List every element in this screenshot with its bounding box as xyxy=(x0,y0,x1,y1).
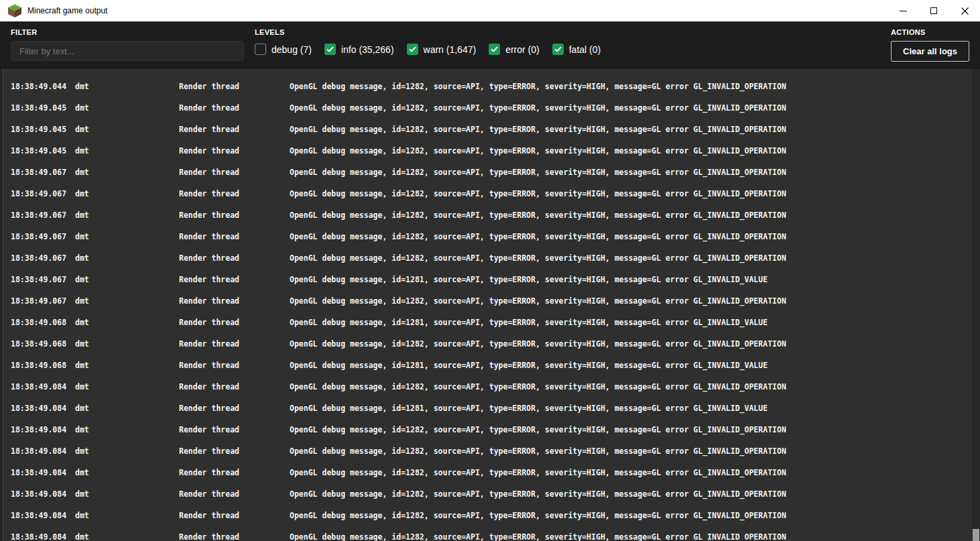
log-thread: Render thread xyxy=(179,97,239,119)
log-logger: dmt xyxy=(75,505,89,526)
log-row[interactable]: 18:38:49.084dmtRender threadOpenGL debug… xyxy=(3,483,980,505)
log-time: 18:38:49.067 xyxy=(11,269,66,290)
log-row[interactable]: 18:38:49.067dmtRender threadOpenGL debug… xyxy=(3,204,980,226)
level-filter-fatal[interactable]: fatal (0) xyxy=(552,44,601,55)
close-button[interactable] xyxy=(949,0,980,21)
level-label-fatal: fatal (0) xyxy=(569,44,601,55)
level-label-warn: warn (1,647) xyxy=(424,44,477,55)
log-message: OpenGL debug message, id=1282, source=AP… xyxy=(290,226,786,247)
log-time: 18:38:49.084 xyxy=(11,419,66,440)
log-message: OpenGL debug message, id=1281, source=AP… xyxy=(290,398,768,419)
log-time: 18:38:49.068 xyxy=(11,355,66,376)
log-logger: dmt xyxy=(75,97,89,119)
log-thread: Render thread xyxy=(179,204,239,226)
log-logger: dmt xyxy=(75,483,89,505)
actions-section: ACTIONS Clear all logs xyxy=(891,28,969,62)
log-thread: Render thread xyxy=(179,376,239,398)
log-message: OpenGL debug message, id=1282, source=AP… xyxy=(290,333,786,355)
scrollbar[interactable] xyxy=(972,69,980,541)
error-checkbox[interactable] xyxy=(489,44,500,55)
level-filter-error[interactable]: error (0) xyxy=(489,44,540,55)
log-logger: dmt xyxy=(75,376,89,398)
log-message: OpenGL debug message, id=1281, source=AP… xyxy=(290,355,768,376)
log-row[interactable]: 18:38:49.044dmtRender threadOpenGL debug… xyxy=(3,76,980,97)
log-logger: dmt xyxy=(75,76,89,97)
info-checkbox[interactable] xyxy=(324,44,336,55)
log-logger: dmt xyxy=(75,269,89,290)
log-row[interactable]: 18:38:49.068dmtRender threadOpenGL debug… xyxy=(3,355,980,376)
scrollbar-thumb[interactable] xyxy=(973,529,979,541)
log-logger: dmt xyxy=(75,162,89,183)
log-row[interactable]: 18:38:49.067dmtRender threadOpenGL debug… xyxy=(3,247,980,269)
log-logger: dmt xyxy=(75,355,89,376)
log-row[interactable]: 18:38:49.068dmtRender threadOpenGL debug… xyxy=(3,312,980,333)
level-filter-info[interactable]: info (35,266) xyxy=(324,44,394,55)
log-list[interactable]: 18:38:49.044dmtRender threadOpenGL debug… xyxy=(0,69,980,541)
log-message: OpenGL debug message, id=1282, source=AP… xyxy=(290,76,786,97)
log-row[interactable]: 18:38:49.045dmtRender threadOpenGL debug… xyxy=(3,97,980,119)
level-filter-warn[interactable]: warn (1,647) xyxy=(407,44,477,55)
levels-section: LEVELS debug (7)info (35,266)warn (1,647… xyxy=(255,28,601,55)
log-row[interactable]: 18:38:49.084dmtRender threadOpenGL debug… xyxy=(3,398,980,419)
log-logger: dmt xyxy=(75,247,89,269)
level-filter-debug[interactable]: debug (7) xyxy=(255,44,312,55)
log-thread: Render thread xyxy=(179,462,239,483)
log-message: OpenGL debug message, id=1282, source=AP… xyxy=(290,97,786,119)
log-time: 18:38:49.084 xyxy=(11,462,66,483)
log-row[interactable]: 18:38:49.067dmtRender threadOpenGL debug… xyxy=(3,226,980,247)
checkmark-icon xyxy=(326,46,334,52)
level-label-info: info (35,266) xyxy=(341,44,394,55)
log-thread: Render thread xyxy=(179,140,239,162)
log-time: 18:38:49.067 xyxy=(11,162,66,183)
log-row[interactable]: 18:38:49.084dmtRender threadOpenGL debug… xyxy=(3,505,980,526)
clear-all-logs-button[interactable]: Clear all logs xyxy=(891,41,969,62)
log-row[interactable]: 18:38:49.067dmtRender threadOpenGL debug… xyxy=(3,183,980,204)
log-thread: Render thread xyxy=(179,183,239,204)
log-thread: Render thread xyxy=(179,440,239,462)
log-message: OpenGL debug message, id=1282, source=AP… xyxy=(290,119,786,140)
log-row[interactable]: 18:38:49.045dmtRender threadOpenGL debug… xyxy=(3,119,980,140)
log-row[interactable]: 18:38:49.084dmtRender threadOpenGL debug… xyxy=(3,462,980,483)
log-row[interactable]: 18:38:49.067dmtRender threadOpenGL debug… xyxy=(3,290,980,312)
log-time: 18:38:49.045 xyxy=(11,140,66,162)
log-row[interactable]: 18:38:49.084dmtRender threadOpenGL debug… xyxy=(3,440,980,462)
log-time: 18:38:49.084 xyxy=(11,440,66,462)
log-thread: Render thread xyxy=(179,226,239,247)
window-title: Minecraft game output xyxy=(27,6,107,15)
log-logger: dmt xyxy=(75,140,89,162)
log-thread: Render thread xyxy=(179,355,239,376)
log-logger: dmt xyxy=(75,183,89,204)
minimize-button[interactable] xyxy=(887,0,918,21)
log-message: OpenGL debug message, id=1282, source=AP… xyxy=(290,483,786,505)
log-message: OpenGL debug message, id=1282, source=AP… xyxy=(290,290,786,312)
filter-section: FILTER xyxy=(11,28,244,61)
checkmark-icon xyxy=(409,46,416,52)
log-thread: Render thread xyxy=(179,398,239,419)
maximize-button[interactable] xyxy=(918,0,949,21)
log-thread: Render thread xyxy=(179,162,239,183)
fatal-checkbox[interactable] xyxy=(552,44,564,55)
log-time: 18:38:49.067 xyxy=(11,247,66,269)
minecraft-game-output-window: Minecraft game output FILTER LEVELS debu… xyxy=(0,0,980,541)
log-time: 18:38:49.084 xyxy=(11,526,66,541)
log-row[interactable]: 18:38:49.084dmtRender threadOpenGL debug… xyxy=(3,419,980,440)
log-time: 18:38:49.045 xyxy=(11,97,66,119)
log-row[interactable]: 18:38:49.067dmtRender threadOpenGL debug… xyxy=(3,162,980,183)
log-row[interactable]: 18:38:49.045dmtRender threadOpenGL debug… xyxy=(3,140,980,162)
debug-checkbox[interactable] xyxy=(255,44,266,55)
log-thread: Render thread xyxy=(179,333,239,355)
checkmark-icon xyxy=(554,46,562,52)
log-time: 18:38:49.084 xyxy=(11,398,66,419)
log-message: OpenGL debug message, id=1282, source=AP… xyxy=(290,505,786,526)
checkmark-icon xyxy=(491,46,498,52)
log-row[interactable]: 18:38:49.067dmtRender threadOpenGL debug… xyxy=(3,269,980,290)
filter-input[interactable] xyxy=(11,41,244,61)
log-row[interactable]: 18:38:49.084dmtRender threadOpenGL debug… xyxy=(3,376,980,398)
log-row[interactable]: 18:38:49.068dmtRender threadOpenGL debug… xyxy=(3,333,980,355)
log-time: 18:38:49.045 xyxy=(11,119,66,140)
log-message: OpenGL debug message, id=1282, source=AP… xyxy=(290,526,786,541)
window-controls xyxy=(887,0,980,21)
log-row[interactable]: 18:38:49.084dmtRender threadOpenGL debug… xyxy=(3,526,980,541)
log-thread: Render thread xyxy=(179,483,239,505)
warn-checkbox[interactable] xyxy=(407,44,418,55)
